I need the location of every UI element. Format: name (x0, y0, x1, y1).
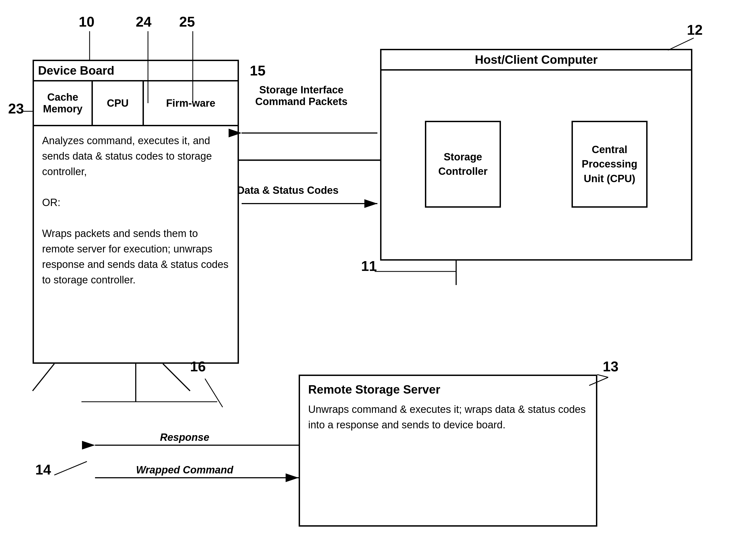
ref-12: 12 (687, 22, 703, 38)
central-cpu: Central Processing Unit (CPU) (572, 121, 648, 208)
svg-line-18 (205, 379, 223, 407)
remote-server: Remote Storage Server Unwraps command & … (299, 375, 597, 527)
svg-line-15 (163, 364, 190, 391)
chip-cache: Cache Memory (34, 81, 93, 125)
device-board-title: Device Board (34, 61, 238, 81)
wrapped-command-label: Wrapped Command (117, 464, 253, 476)
host-computer-title: Host/Client Computer (381, 50, 691, 71)
response-label: Response (117, 432, 253, 443)
device-board: Device Board Cache Memory CPU Firm-ware … (33, 60, 239, 364)
ref-11: 11 (361, 258, 377, 274)
host-computer-inner: Storage Controller Central Processing Un… (381, 71, 691, 258)
storage-interface-label: Storage Interface Command Packets (236, 84, 367, 107)
storage-controller: Storage Controller (425, 121, 501, 208)
ref-23: 23 (8, 100, 24, 117)
remote-server-title: Remote Storage Server (308, 383, 588, 396)
ref-14: 14 (35, 461, 51, 478)
svg-line-19 (597, 375, 608, 377)
device-board-text: Analyzes command, executes it, and sends… (34, 126, 238, 295)
remote-server-text: Unwraps command & executes it; wraps dat… (308, 402, 588, 433)
ref-25: 25 (179, 14, 195, 30)
diagram-container: 10 24 25 12 23 15 11 16 13 14 Device Boa… (0, 0, 729, 560)
chip-firmware: Firm-ware (144, 81, 238, 125)
ref-24: 24 (136, 14, 152, 30)
svg-line-14 (33, 364, 54, 391)
chip-cpu: CPU (93, 81, 144, 125)
svg-line-5 (668, 38, 694, 50)
ref-15: 15 (250, 62, 266, 79)
ref-10: 10 (79, 14, 94, 30)
device-board-chips: Cache Memory CPU Firm-ware (34, 81, 238, 126)
data-status-label: Data & Status Codes (236, 185, 339, 196)
ref-13: 13 (603, 358, 618, 375)
svg-line-21 (54, 461, 87, 475)
host-computer: Host/Client Computer Storage Controller … (380, 49, 692, 261)
